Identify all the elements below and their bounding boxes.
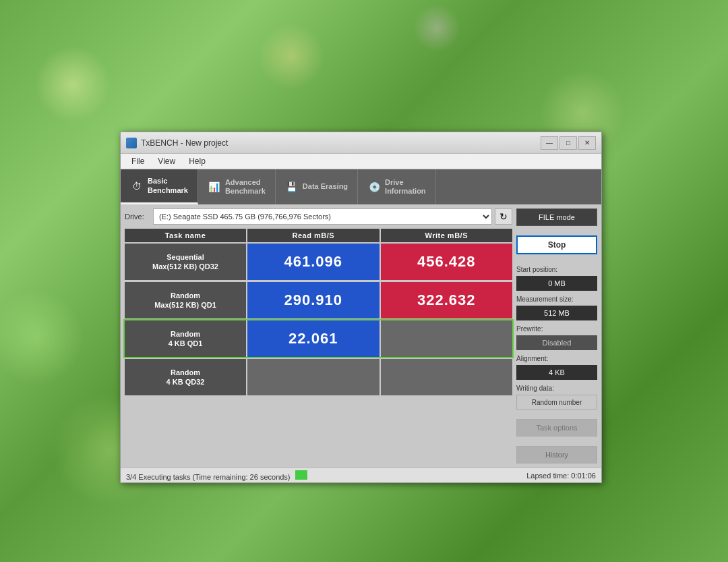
window-title: TxBENCH - New project [141, 138, 228, 148]
title-bar: TxBENCH - New project — □ ✕ [121, 132, 601, 154]
bench-table-header: Task name Read mB/S Write mB/S [125, 229, 512, 242]
row-label-sequential: SequentialMax(512 KB) QD32 [125, 244, 246, 280]
app-window: TxBENCH - New project — □ ✕ File View He… [120, 132, 602, 483]
table-row: RandomMax(512 KB) QD1 290.910 322.632 [125, 282, 512, 318]
row-label-random512: RandomMax(512 KB) QD1 [125, 282, 246, 318]
menu-file[interactable]: File [126, 155, 150, 167]
history-button[interactable]: History [516, 446, 597, 463]
close-button[interactable]: ✕ [578, 136, 596, 150]
status-right: Lapsed time: 0:01:06 [526, 472, 596, 480]
prewrite-label: Prewrite: [516, 325, 597, 333]
minimize-button[interactable]: — [541, 136, 558, 150]
row-read-random4k-qd1: 22.061 [247, 320, 380, 357]
row-write-random4k-qd1-empty [381, 320, 513, 357]
status-left: 3/4 Executing tasks (Time remaining: 26 … [126, 470, 307, 481]
task-options-button: Task options [516, 419, 597, 437]
header-write: Write mB/S [381, 229, 513, 242]
bench-rows: SequentialMax(512 KB) QD32 461.096 456.4… [125, 244, 512, 395]
tab-data-erasing[interactable]: 💾 Data Erasing [276, 169, 358, 204]
row-read-random512: 290.910 [247, 282, 380, 318]
maximize-button[interactable]: □ [559, 136, 577, 150]
drive-select[interactable]: (E:) Seagate SSD 465.75 GB (976,766,976 … [153, 208, 492, 225]
row-read-sequential: 461.096 [247, 244, 380, 280]
app-icon [126, 138, 137, 148]
row-write-random4k-qd32-empty [381, 359, 513, 395]
main-content: Drive: (E:) Seagate SSD 465.75 GB (976,7… [121, 204, 601, 468]
tab-basic-label: BasicBenchmark [148, 177, 188, 194]
menu-help[interactable]: Help [183, 155, 211, 167]
measurement-size-label: Measurement size: [516, 296, 597, 303]
left-panel: Drive: (E:) Seagate SSD 465.75 GB (976,7… [125, 208, 512, 463]
drive-info-icon: 💿 [367, 180, 381, 194]
advanced-benchmark-icon: 📊 [208, 180, 221, 194]
right-panel: FILE mode Stop Start position: 0 MB Meas… [516, 208, 597, 463]
prewrite-value: Disabled [516, 335, 597, 350]
table-row: Random4 KB QD32 [125, 359, 512, 395]
file-mode-button[interactable]: FILE mode [516, 208, 597, 226]
header-task-name: Task name [125, 229, 246, 242]
tab-driveinfo-label: DriveInformation [385, 178, 426, 196]
tab-advanced-label: AdvancedBenchmark [225, 178, 266, 196]
window-controls: — □ ✕ [541, 136, 596, 150]
tab-drive-information[interactable]: 💿 DriveInformation [358, 169, 436, 204]
row-label-random4k-qd1: Random4 KB QD1 [125, 320, 246, 357]
measurement-size-value: 512 MB [516, 306, 597, 320]
row-label-random4k-qd32: Random4 KB QD32 [125, 359, 246, 395]
basic-benchmark-icon: ⏱ [130, 179, 144, 193]
start-position-value: 0 MB [516, 276, 597, 291]
title-bar-left: TxBENCH - New project [126, 138, 228, 148]
start-position-label: Start position: [516, 266, 597, 273]
status-text: 3/4 Executing tasks (Time remaining: 26 … [126, 473, 291, 481]
status-bar: 3/4 Executing tasks (Time remaining: 26 … [121, 468, 601, 482]
alignment-value: 4 KB [516, 365, 597, 380]
row-write-sequential: 456.428 [381, 244, 513, 280]
writing-data-value[interactable]: Random number [516, 395, 597, 410]
table-row: Random4 KB QD1 22.061 [125, 320, 512, 357]
tab-erasing-label: Data Erasing [303, 182, 348, 191]
menu-bar: File View Help [121, 154, 601, 169]
data-erasing-icon: 💾 [285, 180, 299, 194]
drive-refresh-button[interactable]: ↻ [495, 208, 512, 225]
tab-basic-benchmark[interactable]: ⏱ BasicBenchmark [121, 169, 198, 204]
writing-data-label: Writing data: [516, 385, 597, 392]
tab-advanced-benchmark[interactable]: 📊 AdvancedBenchmark [198, 169, 276, 204]
drive-bar: Drive: (E:) Seagate SSD 465.75 GB (976,7… [125, 208, 512, 225]
stop-button[interactable]: Stop [516, 235, 597, 254]
drive-label: Drive: [125, 213, 150, 221]
progress-indicator [295, 470, 307, 480]
table-row: SequentialMax(512 KB) QD32 461.096 456.4… [125, 244, 512, 280]
tab-bar: ⏱ BasicBenchmark 📊 AdvancedBenchmark 💾 D… [121, 169, 601, 204]
row-write-random512: 322.632 [381, 282, 513, 318]
alignment-label: Alignment: [516, 355, 597, 362]
header-read: Read mB/S [247, 229, 380, 242]
row-read-random4k-qd32-empty [247, 359, 380, 395]
menu-view[interactable]: View [152, 155, 181, 167]
